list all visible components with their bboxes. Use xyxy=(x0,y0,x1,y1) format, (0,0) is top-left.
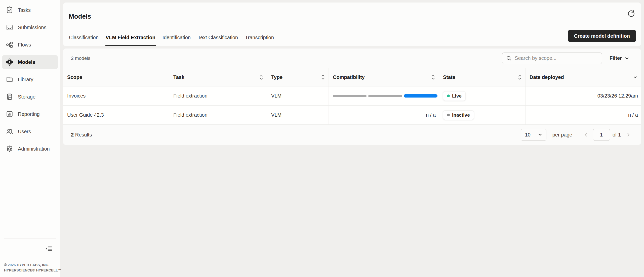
sidebar-item-tasks[interactable]: Tasks xyxy=(2,3,58,17)
table-row[interactable]: Invoices Field extraction VLM Live 03/23… xyxy=(63,86,641,105)
compatibility-na: n / a xyxy=(426,112,436,118)
chevron-down-icon xyxy=(538,132,543,137)
results-count: 2 Results xyxy=(71,132,92,138)
storage-icon xyxy=(6,93,14,101)
sidebar-item-label: Users xyxy=(18,129,31,134)
create-model-definition-button[interactable]: Create model definition xyxy=(568,30,636,42)
sidebar-footer: © 2026 HYPER LABS, INC. HYPERSCIENCE® HY… xyxy=(0,239,60,277)
main-content: Models Classification VLM Field Extracti… xyxy=(60,0,644,277)
tasks-icon xyxy=(6,6,14,14)
type-cell: VLM xyxy=(271,112,281,118)
sort-desc-icon xyxy=(633,75,637,79)
pagination-bar: 2 Results 10 per page o xyxy=(63,124,641,145)
date-deployed-cell: n / a xyxy=(628,112,638,118)
compatibility-segment-blue xyxy=(404,94,437,98)
column-header-compatibility[interactable]: Compatibility xyxy=(329,68,439,86)
sidebar-item-models[interactable]: Models xyxy=(2,55,58,69)
sort-icon xyxy=(259,74,263,81)
copyright: © 2026 HYPER LABS, INC. HYPERSCIENCE® HY… xyxy=(0,252,60,277)
sidebar-item-label: Reporting xyxy=(18,111,40,117)
sidebar-item-label: Submissions xyxy=(18,25,46,30)
tab-identification[interactable]: Identification xyxy=(162,35,191,46)
table-row[interactable]: User Guide 42.3 Field extraction VLM n /… xyxy=(63,105,641,124)
search-box[interactable] xyxy=(502,53,602,64)
flows-icon xyxy=(6,41,14,49)
column-header-scope[interactable]: Scope xyxy=(63,68,169,86)
type-cell: VLM xyxy=(271,93,281,99)
administration-icon xyxy=(6,145,14,153)
column-header-type[interactable]: Type xyxy=(267,68,329,86)
previous-page-button[interactable] xyxy=(583,132,588,137)
filter-label: Filter xyxy=(610,55,622,61)
page-header: Models Classification VLM Field Extracti… xyxy=(63,3,641,46)
compatibility-segment-gray xyxy=(333,95,367,97)
filter-button[interactable]: Filter xyxy=(610,55,629,61)
column-header-date-deployed[interactable]: Date deployed xyxy=(525,68,641,86)
task-cell: Field extraction xyxy=(173,112,208,118)
sort-icon xyxy=(431,74,435,81)
library-icon xyxy=(6,75,14,83)
reporting-icon xyxy=(6,110,14,118)
search-input[interactable] xyxy=(515,55,598,61)
page-number-input[interactable] xyxy=(593,129,610,141)
copyright-line2: HYPERSCIENCE® HYPERCELL™ xyxy=(4,268,56,273)
chevron-down-icon xyxy=(624,56,629,61)
date-deployed-cell: 03/23/26 12:29am xyxy=(597,93,638,99)
sidebar: Tasks Submissions Flows xyxy=(0,0,60,277)
page-title: Models xyxy=(69,13,91,20)
sidebar-item-label: Administration xyxy=(18,146,50,152)
models-icon xyxy=(6,58,14,66)
status-badge: Inactive xyxy=(443,110,474,120)
column-header-state[interactable]: State xyxy=(439,68,525,86)
next-page-button[interactable] xyxy=(626,132,631,137)
compatibility-segment-gray xyxy=(368,95,402,97)
sort-icon xyxy=(518,74,522,81)
models-count: 2 models xyxy=(71,56,90,61)
sidebar-item-flows[interactable]: Flows xyxy=(2,38,58,52)
compatibility-bars xyxy=(333,94,437,98)
sidebar-item-label: Flows xyxy=(18,42,31,48)
status-badge: Live xyxy=(443,91,466,101)
sidebar-item-storage[interactable]: Storage xyxy=(2,90,58,104)
collapse-sidebar-button[interactable] xyxy=(45,245,52,252)
models-table-card: 2 models Filter xyxy=(63,49,641,145)
scope-cell: Invoices xyxy=(67,93,86,99)
refresh-button[interactable] xyxy=(627,9,635,18)
sidebar-item-label: Library xyxy=(18,77,33,82)
tab-transcription[interactable]: Transcription xyxy=(245,35,274,46)
task-cell: Field extraction xyxy=(173,93,208,99)
live-dot-icon xyxy=(447,95,450,97)
sidebar-item-label: Storage xyxy=(18,94,35,100)
table-toolbar: 2 models Filter xyxy=(63,49,641,68)
tab-vlm-field-extraction[interactable]: VLM Field Extraction xyxy=(105,35,156,46)
column-header-task[interactable]: Task xyxy=(169,68,267,86)
copyright-line1: © 2026 HYPER LABS, INC. xyxy=(4,262,56,268)
sidebar-item-library[interactable]: Library xyxy=(2,72,58,86)
sidebar-item-reporting[interactable]: Reporting xyxy=(2,107,58,121)
tab-bar: Classification VLM Field Extraction Iden… xyxy=(69,35,274,46)
users-icon xyxy=(6,127,14,135)
sidebar-item-administration[interactable]: Administration xyxy=(2,142,58,156)
scope-cell: User Guide 42.3 xyxy=(67,112,104,118)
sidebar-item-label: Tasks xyxy=(18,7,31,13)
submissions-icon xyxy=(6,23,14,31)
search-icon xyxy=(506,55,512,61)
tab-text-classification[interactable]: Text Classification xyxy=(197,35,238,46)
sidebar-item-submissions[interactable]: Submissions xyxy=(2,20,58,34)
sidebar-item-users[interactable]: Users xyxy=(2,124,58,138)
per-page-label: per page xyxy=(552,132,572,138)
sidebar-item-label: Models xyxy=(18,59,35,65)
tab-classification[interactable]: Classification xyxy=(69,35,99,46)
sort-icon xyxy=(321,74,325,81)
page-size-select[interactable]: 10 xyxy=(521,129,546,141)
page-total-label: of 1 xyxy=(613,132,621,138)
table-header-row: Scope Task Type Compatibilit xyxy=(63,68,641,86)
inactive-dot-icon xyxy=(447,114,450,116)
